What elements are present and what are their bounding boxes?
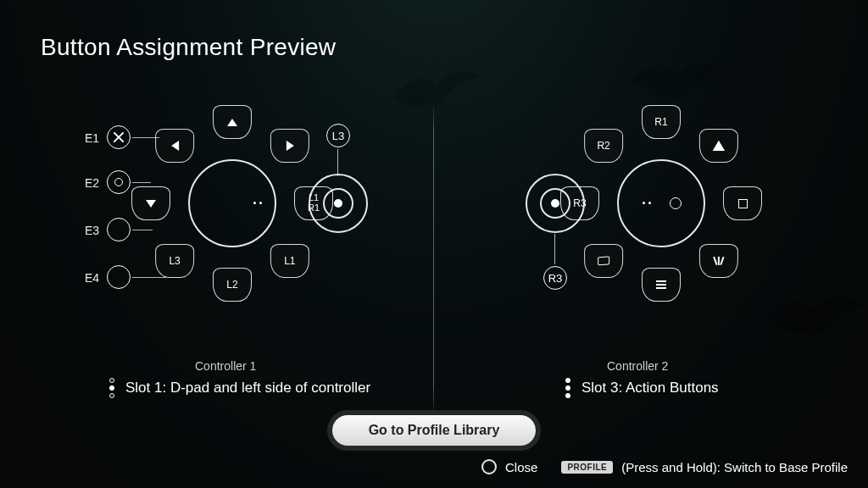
c2-petal-tl: R2 <box>584 129 623 163</box>
c1-stick-label: L3 <box>326 124 350 147</box>
controller-1-heading: Controller 1 <box>195 359 256 373</box>
cross-icon <box>113 131 125 143</box>
controller-1-slot[interactable]: Slot 1: D-pad and left side of controlle… <box>107 378 370 398</box>
controller-2-slot[interactable]: Slot 3: Action Buttons <box>563 378 719 398</box>
e1-label: E1 <box>85 131 99 145</box>
dpad-right-icon <box>286 141 293 151</box>
c2-petal-br <box>699 244 738 278</box>
c2-petal-tr <box>699 129 738 163</box>
center-circle-icon <box>670 197 682 209</box>
menu-icon <box>656 280 666 288</box>
profile-button-icon: PROFILE <box>561 461 613 474</box>
dpad-down-icon <box>146 200 156 208</box>
c1-stick <box>309 174 368 233</box>
circle-button-icon <box>481 459 497 474</box>
c1-petal-tl <box>155 129 194 163</box>
e2-socket <box>107 170 131 194</box>
touchpad-icon <box>598 256 609 265</box>
slot-dots-icon <box>563 378 573 398</box>
c2-petal-b <box>642 268 681 302</box>
bird-silhouette <box>390 59 483 119</box>
e1-leader <box>132 137 159 138</box>
controller-1-slot-label: Slot 1: D-pad and left side of controlle… <box>125 380 370 396</box>
stick-knob-icon <box>551 199 559 208</box>
bird-silhouette <box>627 51 729 110</box>
circle-icon <box>114 178 123 186</box>
dpad-left-icon <box>171 141 179 151</box>
c1-petal-br: L1 <box>270 244 309 278</box>
e3-label: E3 <box>85 224 99 237</box>
e3-leader <box>132 230 153 230</box>
c1-stick-leader <box>337 149 338 176</box>
orientation-dots <box>643 202 651 204</box>
stick-knob-icon <box>334 199 342 208</box>
c1-petal-b: L2 <box>213 268 252 302</box>
c2-petal-bl <box>584 244 623 278</box>
orientation-dots <box>253 202 262 204</box>
c2-stick-leader <box>554 234 555 264</box>
c1-petal-tr <box>270 129 309 163</box>
hold-hint: (Press and Hold): Switch to Base Profile <box>621 460 848 474</box>
e3-socket <box>107 218 131 241</box>
c1-petal-l <box>131 186 170 220</box>
c2-stick <box>526 174 585 233</box>
e4-socket <box>107 265 131 289</box>
c2-petal-t: R1 <box>642 105 681 139</box>
c1-petal-t <box>213 105 252 139</box>
c2-stick-label: R3 <box>543 266 567 290</box>
controller-1-hub <box>188 159 276 247</box>
go-to-profile-library-button[interactable]: Go to Profile Library <box>332 415 536 446</box>
controller-2-hub <box>617 159 705 247</box>
c2-petal-r <box>723 186 762 220</box>
controller-2-heading: Controller 2 <box>607 359 668 373</box>
controller-2-slot-label: Slot 3: Action Buttons <box>581 380 719 396</box>
button-hints: Close PROFILE (Press and Hold): Switch t… <box>481 459 848 474</box>
e4-label: E4 <box>85 271 99 285</box>
e2-leader <box>132 182 151 183</box>
controller-2-diagram: R3 R2 R1 R3 <box>526 119 797 339</box>
e1-socket <box>107 125 131 149</box>
slot-dots-icon <box>107 378 117 398</box>
dpad-up-icon <box>227 119 237 126</box>
e2-label: E2 <box>85 176 99 190</box>
square-icon <box>738 199 748 208</box>
controller-1-diagram: L1R1 L1 L2 L3 L3 <box>151 119 422 339</box>
triangle-icon <box>713 141 725 151</box>
vertical-divider <box>433 102 434 415</box>
page-title: Button Assignment Preview <box>41 34 336 61</box>
e4-leader <box>132 277 166 278</box>
c1-petal-bl: L3 <box>155 244 194 278</box>
share-icon <box>715 257 722 265</box>
close-hint: Close <box>505 460 537 474</box>
